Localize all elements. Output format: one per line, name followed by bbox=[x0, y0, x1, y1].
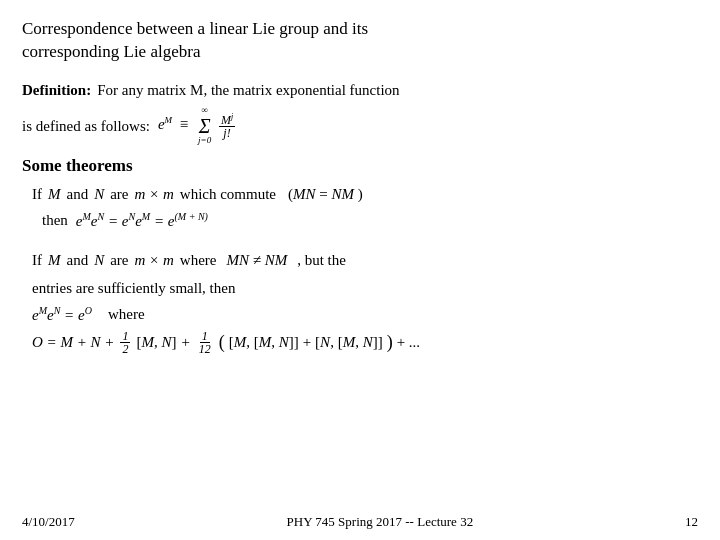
definition-block: Definition: For any matrix M, the matrix… bbox=[22, 78, 698, 146]
theorem1-then: then bbox=[42, 212, 68, 229]
theorem2-N: N bbox=[94, 248, 104, 274]
theorem2-condition: MN ≠ NM bbox=[226, 248, 287, 274]
theorem1-are: are bbox=[110, 182, 128, 208]
footer-date: 4/10/2017 bbox=[22, 514, 75, 530]
O-equals: O = M + N + bbox=[32, 334, 114, 351]
theorem2-M: M bbox=[48, 248, 61, 274]
def-row2: is defined as follows: eM ≡ ∞ Σ j=0 Mj j… bbox=[22, 106, 698, 146]
theorem2-where: where bbox=[180, 248, 217, 274]
theorem1-formula: eMeN = eNeM = e(M + N) bbox=[76, 211, 208, 230]
half-fraction: 1 2 bbox=[120, 330, 130, 355]
ellipsis: + ... bbox=[397, 334, 420, 351]
theorem1-condition: (MN = NM ) bbox=[288, 182, 363, 208]
title-line1: Correspondence between a linear Lie grou… bbox=[22, 19, 368, 38]
twelfth-fraction: 1 12 bbox=[197, 330, 213, 355]
commutator1: [M, N] bbox=[136, 334, 176, 351]
theorem2-row2: entries are sufficiently small, then bbox=[32, 276, 698, 302]
theorem2-are: are bbox=[110, 248, 128, 274]
definition-text1: For any matrix M, the matrix exponential… bbox=[97, 78, 399, 102]
theorem1-mxm: m × m bbox=[135, 182, 174, 208]
title-line2: corresponding Lie algebra bbox=[22, 42, 200, 61]
plus2: + bbox=[303, 334, 311, 351]
theorem2-mxm: m × m bbox=[135, 248, 174, 274]
footer-page: 12 bbox=[685, 514, 698, 530]
theorem1-N: N bbox=[94, 182, 104, 208]
big-bracket-open: ( bbox=[219, 332, 225, 353]
theorem2-eMeN: eMeN = eO bbox=[32, 305, 92, 324]
commutator2: [M, [M, N]] bbox=[229, 334, 299, 351]
theorem1-row1: If M and N are m × m which commute (MN =… bbox=[32, 182, 698, 208]
commutator3: [N, [M, N]] bbox=[315, 334, 383, 351]
theorem2-and: and bbox=[67, 248, 89, 274]
def-row1: Definition: For any matrix M, the matrix… bbox=[22, 78, 698, 102]
mj-over-j-fraction: Mj j! bbox=[219, 113, 235, 139]
theorem2-formula-row: eMeN = eO where bbox=[32, 305, 698, 324]
section-title: Some theorems bbox=[22, 156, 698, 176]
theorem1-then-row: then eMeN = eNeM = e(M + N) bbox=[42, 211, 698, 230]
exponential-formula: eM ≡ ∞ Σ j=0 Mj j! bbox=[158, 106, 237, 146]
theorem2-block: If M and N are m × m where MN ≠ NM , but… bbox=[22, 248, 698, 355]
theorem1-M: M bbox=[48, 182, 61, 208]
definition-label: Definition: bbox=[22, 78, 91, 102]
theorem2-where-label: where bbox=[108, 306, 145, 323]
slide-title: Correspondence between a linear Lie grou… bbox=[22, 18, 698, 64]
theorem2-row1: If M and N are m × m where MN ≠ NM , but… bbox=[32, 248, 698, 274]
theorem2-but: , but the bbox=[297, 248, 346, 274]
plus1: + bbox=[181, 334, 191, 351]
theorem1-and: and bbox=[67, 182, 89, 208]
O-formula-row: O = M + N + 1 2 [M, N] + 1 12 ( [M, [M, … bbox=[32, 330, 698, 355]
theorem2-entries: entries are sufficiently small, then bbox=[32, 276, 235, 302]
theorem1-which-commute: which commute bbox=[180, 182, 276, 208]
slide: Correspondence between a linear Lie grou… bbox=[0, 0, 720, 540]
theorem1-if: If bbox=[32, 182, 42, 208]
summation-symbol: ∞ Σ j=0 bbox=[198, 106, 211, 146]
definition-text2: is defined as follows: bbox=[22, 114, 150, 138]
footer: 4/10/2017 PHY 745 Spring 2017 -- Lecture… bbox=[22, 514, 698, 530]
big-bracket-close: ) bbox=[387, 332, 393, 353]
theorem1-block: If M and N are m × m which commute (MN =… bbox=[22, 182, 698, 231]
footer-course: PHY 745 Spring 2017 -- Lecture 32 bbox=[287, 514, 474, 530]
theorem2-if: If bbox=[32, 248, 42, 274]
